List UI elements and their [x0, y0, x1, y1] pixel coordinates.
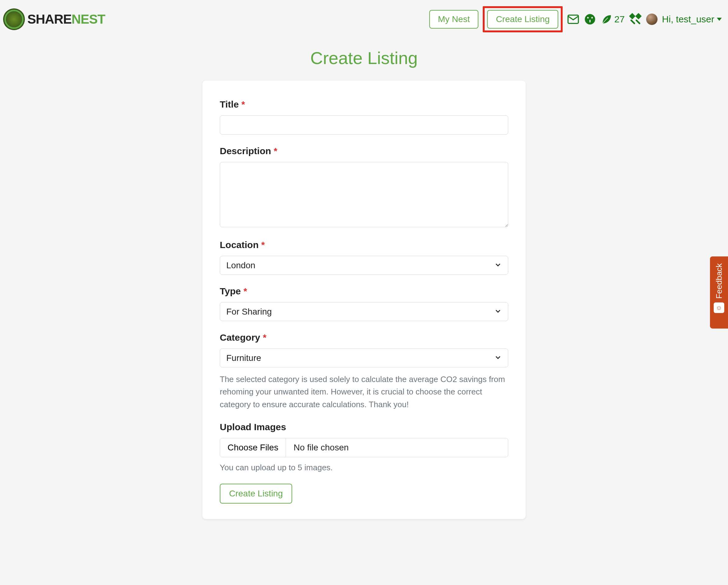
logo-icon — [3, 8, 25, 30]
logo[interactable]: SHARENEST — [3, 8, 105, 30]
file-status: No file chosen — [286, 438, 508, 457]
brand-green: NEST — [72, 12, 105, 26]
field-upload: Upload Images Choose Files No file chose… — [220, 422, 508, 473]
field-location: Location * London — [220, 240, 508, 275]
feedback-tab[interactable]: Feedback ☺ — [710, 257, 728, 328]
page-title: Create Listing — [0, 48, 728, 68]
leaf-count: 27 — [614, 14, 624, 25]
svg-point-1 — [585, 14, 595, 24]
header: SHARENEST My Nest Create Listing — [0, 0, 728, 38]
brand-black: SHARE — [27, 12, 72, 26]
location-label: Location * — [220, 240, 508, 250]
feedback-face-icon: ☺ — [714, 302, 724, 313]
form-card: Title * Description * Location * London … — [202, 80, 526, 519]
mail-icon[interactable] — [567, 13, 579, 26]
field-title: Title * — [220, 99, 508, 135]
type-label: Type * — [220, 286, 508, 296]
title-input[interactable] — [220, 115, 508, 135]
upload-label: Upload Images — [220, 422, 508, 432]
description-input[interactable] — [220, 162, 508, 227]
tools-icon[interactable] — [629, 13, 642, 26]
svg-point-2 — [587, 17, 589, 19]
field-category: Category * Furniture The selected catego… — [220, 332, 508, 410]
avatar[interactable] — [646, 14, 658, 25]
feedback-label: Feedback — [714, 263, 724, 299]
upload-help: You can upload up to 5 images. — [220, 463, 508, 473]
user-menu[interactable]: Hi, test_user — [662, 14, 725, 25]
svg-rect-4 — [590, 20, 591, 22]
submit-button[interactable]: Create Listing — [220, 484, 292, 504]
my-nest-button[interactable]: My Nest — [429, 10, 479, 29]
choose-files-button[interactable]: Choose Files — [220, 438, 286, 457]
category-help: The selected category is used solely to … — [220, 373, 508, 410]
category-select[interactable]: Furniture — [220, 348, 508, 367]
type-select[interactable]: For Sharing — [220, 302, 508, 321]
svg-point-3 — [591, 17, 593, 19]
dashboard-icon[interactable] — [584, 13, 596, 26]
required-mark: * — [241, 99, 245, 109]
required-mark: * — [261, 240, 265, 250]
create-listing-highlight: Create Listing — [483, 6, 563, 32]
create-listing-nav-button[interactable]: Create Listing — [487, 10, 558, 29]
category-label: Category * — [220, 332, 508, 343]
title-label: Title * — [220, 99, 508, 110]
caret-down-icon — [717, 18, 722, 21]
location-select[interactable]: London — [220, 256, 508, 275]
description-label: Description * — [220, 146, 508, 156]
leaf-icon[interactable]: 27 — [601, 13, 624, 26]
nav-buttons: My Nest Create Listing 27 — [429, 6, 725, 32]
field-type: Type * For Sharing — [220, 286, 508, 321]
user-greeting: Hi, test_user — [662, 14, 714, 25]
field-description: Description * — [220, 146, 508, 229]
logo-text: SHARENEST — [27, 12, 105, 27]
required-mark: * — [274, 146, 277, 156]
required-mark: * — [263, 332, 266, 343]
file-input-row: Choose Files No file chosen — [220, 438, 508, 457]
required-mark: * — [243, 286, 247, 296]
